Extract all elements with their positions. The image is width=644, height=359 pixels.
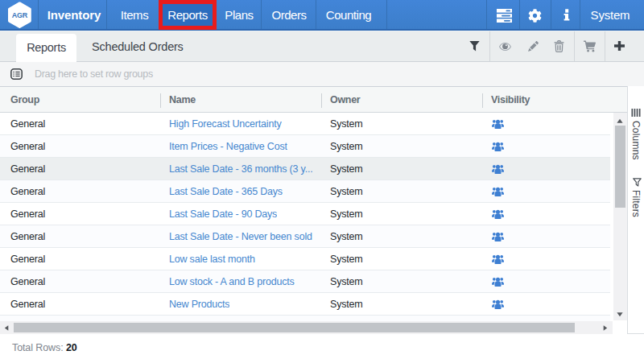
svg-text:AGR: AGR — [12, 11, 28, 19]
